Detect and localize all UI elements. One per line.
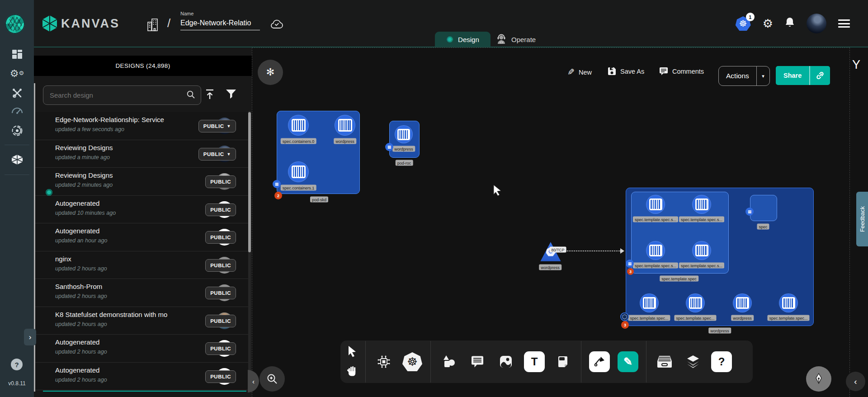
sidebar-expand-button[interactable]: › xyxy=(24,329,36,345)
image-tool[interactable] xyxy=(495,347,516,376)
comment-tool[interactable] xyxy=(467,347,488,376)
components-tool[interactable] xyxy=(373,347,394,376)
container-node[interactable] xyxy=(395,125,413,143)
note-tool[interactable] xyxy=(552,347,573,376)
caret-down-icon: ▼ xyxy=(227,124,231,128)
design-list-item[interactable]: K8 Statefulset demonstration with moupda… xyxy=(35,307,248,335)
visibility-badge[interactable]: PUBLIC xyxy=(205,203,236,216)
error-count-badge: 3 xyxy=(621,321,629,329)
visibility-badge[interactable]: PUBLIC xyxy=(205,287,236,299)
container-node[interactable] xyxy=(692,241,711,260)
meshery-logo[interactable] xyxy=(5,14,25,34)
design-updated: updated an hour ago xyxy=(55,237,107,244)
visibility-badge[interactable]: PUBLIC xyxy=(205,231,236,244)
container-node[interactable] xyxy=(646,241,665,260)
design-title: Autogenerated xyxy=(55,199,182,207)
visibility-label: PUBLIC xyxy=(210,374,231,379)
user-avatar[interactable] xyxy=(807,14,826,33)
pen-tool[interactable] xyxy=(589,347,610,376)
text-icon: T xyxy=(524,351,545,372)
sidebar-item-kanvas[interactable] xyxy=(0,152,34,167)
layers-tool[interactable] xyxy=(683,347,703,376)
organization-icon[interactable] xyxy=(147,18,160,33)
container-node[interactable] xyxy=(733,293,752,312)
collapse-toolbar-button[interactable]: ‹ xyxy=(846,372,865,391)
design-list-item[interactable]: nginxupdated 2 hours agoPUBLIC xyxy=(35,251,248,279)
designs-panel: DESIGNS (24,898) Edge-Network-Relationsh… xyxy=(34,47,252,397)
search-icon[interactable] xyxy=(186,90,195,101)
node-label: spec.template.spec.s... xyxy=(679,217,724,222)
design-list-item[interactable]: Reviewing Designsupdated 2 minutes agoPU… xyxy=(35,168,248,196)
text-tool[interactable]: T xyxy=(524,347,545,376)
container-node[interactable] xyxy=(686,293,705,312)
container-node[interactable] xyxy=(692,195,711,214)
container-node[interactable] xyxy=(288,115,309,136)
design-title: nginx xyxy=(55,255,182,263)
visibility-badge[interactable]: PUBLIC xyxy=(205,370,236,383)
design-list-item[interactable]: Reviewing Designsupdated a minute agoPUB… xyxy=(35,140,248,168)
save-as-button[interactable]: Save As xyxy=(608,67,644,76)
node-label: spec.template.spec... xyxy=(674,315,716,321)
node-label: spec.template.spec.s... xyxy=(679,263,724,269)
sidebar-item-performance[interactable] xyxy=(0,103,34,118)
design-list-item[interactable]: Santhosh-Promupdated 2 hours agoPUBLIC xyxy=(35,279,248,307)
container-node[interactable] xyxy=(335,115,355,136)
visibility-badge[interactable]: PUBLIC xyxy=(205,259,236,272)
select-tool[interactable] xyxy=(347,345,358,359)
list-loading-indicator xyxy=(43,391,246,392)
drawer-tool[interactable] xyxy=(654,347,675,376)
design-search-input[interactable] xyxy=(43,91,186,99)
design-list-item[interactable]: Autogeneratedupdated 2 hours ago☺PUBLIC xyxy=(35,363,248,391)
pencil-icon: ✎ xyxy=(567,67,575,77)
visibility-badge[interactable]: PUBLIC xyxy=(205,315,236,327)
container-icon xyxy=(695,245,708,256)
filter-icon[interactable] xyxy=(226,89,236,101)
design-updated: updated 2 hours ago xyxy=(55,321,107,327)
draw-tool[interactable]: ✎ xyxy=(618,347,638,376)
design-list-item[interactable]: Autogeneratedupdated 10 minutes ago☺PUBL… xyxy=(35,196,248,224)
design-name-input[interactable] xyxy=(180,19,260,30)
notifications-bell-icon[interactable] xyxy=(785,17,795,30)
pod-badge: ▦ xyxy=(626,260,634,268)
design-list-item[interactable]: Edge-Network-Relationship: Serviceupdate… xyxy=(35,112,248,140)
menu-hamburger-icon[interactable] xyxy=(838,19,850,28)
container-node[interactable] xyxy=(288,161,309,182)
sidebar-item-configuration[interactable] xyxy=(0,85,34,101)
publish-design-icon[interactable] xyxy=(205,89,215,102)
container-node[interactable] xyxy=(640,293,659,312)
annotation-pen-fab[interactable] xyxy=(806,366,831,392)
settings-gear-icon[interactable]: ⚙ xyxy=(763,18,773,29)
container-node[interactable] xyxy=(646,195,665,214)
kubernetes-context-icon[interactable]: ☸ 1 xyxy=(736,16,751,31)
comment-icon xyxy=(471,355,484,368)
group-spec[interactable] xyxy=(750,195,777,221)
zoom-button[interactable] xyxy=(259,366,285,392)
tab-operate[interactable]: Operate xyxy=(496,32,548,47)
feedback-tab[interactable]: Feedback xyxy=(856,192,868,246)
help-tool[interactable]: ? xyxy=(711,347,732,376)
canvas-context-button[interactable]: ✻ xyxy=(258,60,283,85)
visibility-label: PUBLIC xyxy=(210,346,231,351)
tab-design[interactable]: ✺ Design xyxy=(435,32,491,47)
kanvas-logo[interactable]: KANVAS xyxy=(42,15,120,32)
sidebar-item-lifecycle[interactable]: ⚙⚙ xyxy=(0,66,34,81)
sidebar-item-extensions[interactable] xyxy=(0,123,34,138)
visibility-badge[interactable]: PUBLIC xyxy=(205,342,236,355)
visibility-badge[interactable]: PUBLIC▼ xyxy=(198,120,236,132)
kubernetes-tool[interactable]: ☸ xyxy=(402,347,423,376)
new-design-button[interactable]: ✎ New xyxy=(567,67,592,77)
container-node[interactable] xyxy=(779,293,798,312)
shapes-tool[interactable] xyxy=(439,347,459,376)
help-button[interactable]: ? xyxy=(11,359,23,370)
design-list-item[interactable]: Autogeneratedupdated an hour ago☺PUBLIC xyxy=(35,223,248,251)
node-label: spec.template.spec.s... xyxy=(633,263,678,269)
pan-tool[interactable] xyxy=(347,365,358,378)
design-list-scroll-thumb[interactable] xyxy=(248,112,251,252)
visibility-badge[interactable]: PUBLIC▼ xyxy=(198,148,236,161)
nav-sidebar: ⚙⚙ xyxy=(0,0,34,397)
comments-button[interactable]: Comments xyxy=(659,67,704,76)
container-icon xyxy=(649,198,662,210)
visibility-badge[interactable]: PUBLIC xyxy=(205,175,236,188)
design-list-item[interactable]: Autogeneratedupdated 2 hours ago☺PUBLIC xyxy=(35,335,248,363)
sidebar-item-dashboard[interactable] xyxy=(0,47,34,62)
